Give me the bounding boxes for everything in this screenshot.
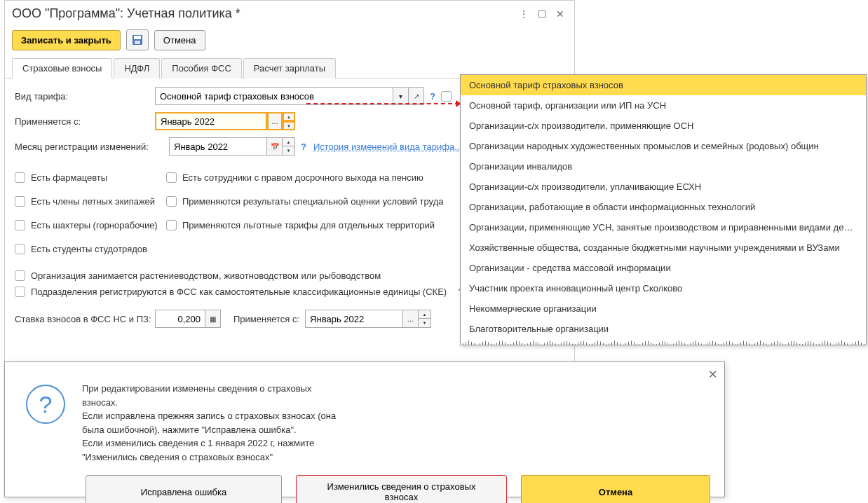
help-icon[interactable]: ? — [430, 91, 435, 102]
tariff-dropdown: Основной тариф страховых взносов Основно… — [460, 74, 867, 345]
checkbox-label: Есть члены летных экипажей — [31, 196, 155, 207]
tab-salary[interactable]: Расчет зарплаты — [243, 58, 336, 78]
kebab-icon[interactable]: ⋮ — [517, 7, 531, 21]
reg-month-field[interactable] — [169, 137, 267, 156]
tab-ndfl[interactable]: НДФЛ — [114, 58, 160, 78]
reg-month-label: Месяц регистрации изменений: — [15, 142, 169, 152]
checkbox-label: Есть шахтеры (горнорабочие) — [31, 220, 158, 230]
dialog-text: При редактировании изменены сведения о с… — [82, 382, 348, 464]
dialog-cancel-button[interactable]: Отмена — [521, 475, 710, 503]
checkbox-label: Подразделения регистрируются в ФСС как с… — [31, 287, 447, 297]
ellipsis-icon[interactable]: … — [267, 112, 283, 130]
spinner-down-icon[interactable]: ▼ — [283, 146, 295, 156]
calculator-icon[interactable]: ▦ — [205, 310, 221, 328]
checkbox-label: Применяются льготные тарифы для отдельны… — [182, 220, 435, 230]
checkbox-pharmacists[interactable] — [15, 172, 25, 183]
checkbox-miners[interactable] — [15, 220, 25, 230]
svg-rect-1 — [134, 36, 141, 39]
spinner-up-icon[interactable]: ▲ — [283, 137, 295, 146]
checkbox-plant-growing[interactable] — [15, 270, 25, 281]
checkbox-label: Есть сотрудники с правом досрочного выхо… — [182, 172, 423, 183]
dropdown-item[interactable]: Организации, применяющие УСН, занятые пр… — [461, 217, 866, 237]
history-link[interactable]: История изменений вида тарифа... — [313, 142, 462, 152]
cancel-button[interactable]: Отмена — [154, 30, 205, 50]
dropdown-item[interactable]: Благотворительные организации — [461, 319, 866, 339]
torn-edge-icon — [461, 339, 866, 345]
tab-insurance[interactable]: Страховые взносы — [12, 58, 112, 78]
maximize-icon[interactable]: ☐ — [535, 7, 549, 21]
dropdown-item[interactable]: Основной тариф, организации или ИП на УС… — [461, 95, 866, 116]
dropdown-item[interactable]: Организации инвалидов — [461, 156, 866, 177]
dropdown-item[interactable]: Организации - средства массовой информац… — [461, 258, 866, 278]
svg-rect-2 — [135, 41, 140, 44]
checkbox-inline[interactable] — [441, 91, 452, 102]
checkbox-special-assessment[interactable] — [166, 196, 177, 207]
dropdown-item[interactable]: Участник проекта инновационный центр Ско… — [461, 278, 866, 298]
dropdown-item[interactable]: Хозяйственные общества, созданные бюджет… — [461, 237, 866, 258]
dialog-close-icon[interactable]: ✕ — [708, 368, 717, 381]
checkbox-label: Применяются результаты специальной оценк… — [182, 196, 443, 207]
checkbox-label: Организация занимается растениеводством,… — [31, 270, 381, 281]
fss-rate-field[interactable] — [155, 310, 205, 328]
toolbar: Записать и закрыть Отмена — [5, 27, 574, 57]
tab-fss-benefits[interactable]: Пособия ФСС — [161, 58, 241, 78]
checkbox-flight-crew[interactable] — [15, 196, 25, 207]
close-icon[interactable]: ✕ — [553, 7, 567, 21]
save-button[interactable] — [126, 29, 149, 50]
dropdown-item[interactable]: Основной тариф страховых взносов — [461, 75, 866, 95]
fss-applied-field[interactable] — [305, 310, 403, 328]
arrow-annotation-icon — [306, 103, 459, 104]
spinner-down-icon[interactable]: ▼ — [283, 121, 295, 130]
confirmation-dialog: ✕ ? При редактировании изменены сведения… — [4, 361, 725, 497]
data-changed-button[interactable]: Изменились сведения о страховых взносах — [296, 475, 507, 503]
spinner-down-icon[interactable]: ▼ — [419, 319, 431, 328]
spinner-up-icon[interactable]: ▲ — [283, 112, 295, 121]
window-header: ООО "Программа": Учетная политика * ⋮ ☐ … — [5, 1, 574, 27]
checkbox-early-retirement[interactable] — [166, 172, 177, 183]
dropdown-item[interactable]: Некоммерческие организации — [461, 298, 866, 319]
fss-applied-label: Применяется с: — [233, 314, 299, 324]
help-icon[interactable]: ? — [301, 142, 306, 152]
tariff-type-label: Вид тарифа: — [15, 91, 155, 102]
floppy-disk-icon — [132, 34, 143, 46]
dropdown-item[interactable]: Организации-с/х производители, уплачиваю… — [461, 177, 866, 197]
save-and-close-button[interactable]: Записать и закрыть — [12, 30, 121, 50]
dropdown-item[interactable]: Организации-с/х производители, применяющ… — [461, 116, 866, 136]
checkbox-label: Есть студенты студотрядов — [31, 244, 147, 254]
applied-from-field[interactable] — [155, 112, 267, 130]
applied-from-label: Применяется с: — [15, 116, 155, 127]
fixed-error-button[interactable]: Исправлена ошибка — [86, 475, 282, 503]
checkbox-fss-units[interactable] — [15, 287, 25, 297]
calendar-icon[interactable]: 📅 — [267, 137, 283, 156]
question-icon: ? — [26, 385, 65, 424]
dropdown-item[interactable]: Организации народных художественных пром… — [461, 136, 866, 156]
checkbox-students[interactable] — [15, 244, 25, 254]
checkbox-territory-rates[interactable] — [166, 220, 177, 230]
fss-rate-label: Ставка взносов в ФСС НС и ПЗ: — [15, 314, 155, 324]
spinner-up-icon[interactable]: ▲ — [419, 310, 431, 319]
checkbox-label: Есть фармацевты — [31, 172, 107, 183]
dropdown-item[interactable]: Организации, работающие в области информ… — [461, 197, 866, 217]
window-title: ООО "Программа": Учетная политика * — [12, 6, 513, 21]
ellipsis-icon[interactable]: … — [403, 310, 419, 328]
